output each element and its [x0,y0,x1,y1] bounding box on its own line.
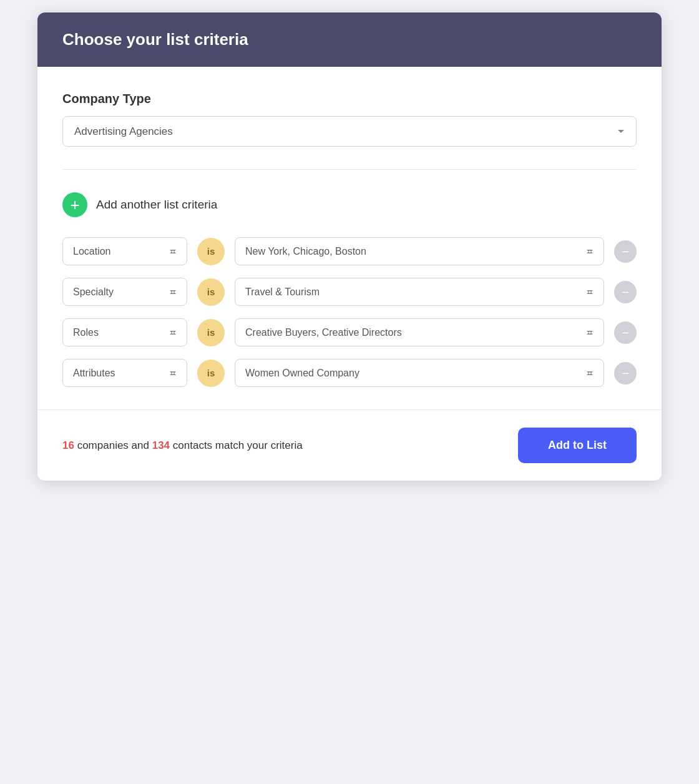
company-type-label: Company Type [62,92,637,106]
operator-badge-attributes: is [197,360,225,387]
operator-badge-roles: is [197,319,225,346]
modal-title: Choose your list criteria [62,30,637,49]
table-row: Roles Location Specialty Attributes is C… [62,318,637,346]
criteria-value-select-roles[interactable]: Creative Buyers, Creative Directors [235,318,604,346]
criteria-rows-container: Location Specialty Roles Attributes is N… [62,237,637,387]
remove-button-roles[interactable]: − [614,321,637,344]
operator-badge-specialty: is [197,278,225,306]
modal-body: Company Type Advertising Agencies + Add … [37,67,662,387]
modal-container: Choose your list criteria Company Type A… [37,12,662,481]
operator-badge-location: is [197,238,225,265]
remove-button-location[interactable]: − [614,240,637,263]
match-text-suffix: contacts match your criteria [173,439,303,451]
criteria-type-select-location[interactable]: Location Specialty Roles Attributes [62,237,187,265]
company-type-section: Company Type Advertising Agencies [62,92,637,147]
companies-count: 16 [62,439,74,451]
contacts-count: 134 [152,439,170,451]
table-row: Location Specialty Roles Attributes is N… [62,237,637,265]
criteria-type-select-attributes[interactable]: Attributes Location Specialty Roles [62,359,187,387]
table-row: Specialty Location Roles Attributes is T… [62,278,637,306]
criteria-type-select-specialty[interactable]: Specialty Location Roles Attributes [62,278,187,306]
match-text: 16 companies and 134 contacts match your… [62,439,303,452]
criteria-value-select-location[interactable]: New York, Chicago, Boston [235,237,604,265]
remove-button-specialty[interactable]: − [614,281,637,303]
add-criteria-label: Add another list criteria [96,198,217,212]
match-text-prefix: companies and [77,439,149,451]
modal-header: Choose your list criteria [37,12,662,67]
table-row: Attributes Location Specialty Roles is W… [62,359,637,387]
criteria-value-select-specialty[interactable]: Travel & Tourism [235,278,604,306]
criteria-type-select-roles[interactable]: Roles Location Specialty Attributes [62,318,187,346]
add-criteria-button[interactable]: + [62,192,87,217]
remove-button-attributes[interactable]: − [614,362,637,385]
divider-1 [62,169,637,170]
add-to-list-button[interactable]: Add to List [518,428,637,463]
add-criteria-row: + Add another list criteria [62,192,637,217]
criteria-value-select-attributes[interactable]: Women Owned Company [235,359,604,387]
company-type-select[interactable]: Advertising Agencies [62,116,637,147]
modal-footer: 16 companies and 134 contacts match your… [37,409,662,481]
